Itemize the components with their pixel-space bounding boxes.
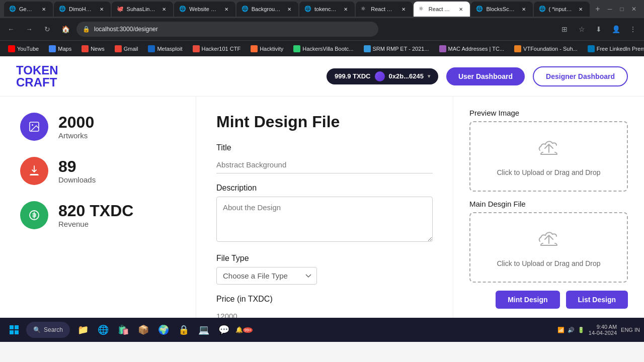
tab-close-icon[interactable]: ✕ — [98, 5, 106, 13]
taskbar-time[interactable]: 9:40 AM 14-04-2024 — [589, 324, 617, 336]
tab-close-icon[interactable]: ✕ — [457, 5, 465, 13]
date-display: 14-04-2024 — [589, 330, 617, 336]
bookmark-hackersvilla[interactable]: HackersVilla Bootc... — [289, 43, 357, 54]
close-button[interactable]: ✕ — [630, 5, 638, 13]
bookmark-mac[interactable]: MAC Addresses | TC... — [435, 43, 508, 54]
svg-rect-7 — [15, 330, 19, 334]
taskbar-dropbox-icon[interactable]: 📦 — [134, 321, 152, 339]
address-input[interactable]: 🔒 localhost:3000/designer — [76, 22, 378, 37]
tab-close-icon[interactable]: ✕ — [342, 5, 350, 13]
maximize-button[interactable]: □ — [618, 5, 626, 13]
taskbar-notification-icon[interactable]: 🔔 99+ — [235, 321, 253, 339]
wallet-badge[interactable]: 999.9 TXDC 0x2b...6245 ▾ — [327, 68, 438, 84]
extensions-icon[interactable]: ⊞ — [557, 22, 572, 36]
tab-title: Gemini — [19, 6, 36, 12]
reload-button[interactable]: ↻ — [40, 22, 54, 36]
file-type-select[interactable]: Choose a File Type PNG JPG SVG PDF AI — [216, 267, 317, 285]
volume-icon[interactable]: 🔊 — [568, 327, 575, 333]
tab-react-app-1[interactable]: ⚛ React App ✕ — [356, 2, 413, 17]
tab-tokencraft[interactable]: 🌐 tokencraft ✕ — [299, 2, 355, 17]
page-content: TOKEN CRAFT 999.9 TXDC 0x2b...6245 ▾ Use… — [0, 56, 644, 318]
tab-dimohack[interactable]: 🌐 DimoHack ✕ — [54, 2, 111, 17]
taskbar-code-icon[interactable]: 💻 — [195, 321, 213, 339]
minimize-button[interactable]: ─ — [606, 5, 614, 13]
taskbar-right: 📶 🔊 🔋 9:40 AM 14-04-2024 ENG IN — [557, 324, 640, 336]
preview-upload-zone[interactable]: Click to Upload or Drag and Drop — [469, 121, 628, 192]
tab-blocksscan[interactable]: 🌐 BlocksSca... ✕ — [471, 2, 532, 17]
tab-close-icon[interactable]: ✕ — [399, 5, 408, 13]
tab-title: React App — [371, 6, 395, 12]
search-icon: 🔍 — [33, 326, 41, 333]
list-design-button[interactable]: List Design — [566, 291, 628, 309]
tab-bar: 🌐 Gemini ✕ 🌐 DimoHack ✕ 🐙 SuhasLing... ✕… — [0, 0, 644, 18]
price-input[interactable] — [216, 308, 433, 318]
profile-icon[interactable]: 👤 — [609, 22, 623, 36]
tab-react-app-active[interactable]: ⚛ React App ✕ — [414, 2, 470, 17]
tab-close-icon[interactable]: ✕ — [160, 5, 168, 13]
page-title: Mint Design File — [216, 113, 433, 131]
artworks-value: 2000 — [58, 114, 94, 131]
tab-favicon: 🌐 — [476, 6, 483, 13]
bookmark-youtube[interactable]: YouTube — [4, 43, 43, 54]
bookmark-label: Hacktivity — [260, 46, 283, 52]
description-label: Description — [216, 184, 433, 193]
taskbar-store-icon[interactable]: 🛍️ — [114, 321, 132, 339]
taskbar-icons: 📁 🌐 🛍️ 📦 🌍 🔒 💻 💬 🔔 99+ — [74, 321, 253, 339]
artworks-info: 2000 Artworks — [58, 114, 94, 140]
title-input[interactable] — [216, 156, 433, 173]
tab-close-icon[interactable]: ✕ — [222, 5, 230, 13]
preview-section: Preview Image Click to Upload or Drag an… — [469, 109, 628, 192]
bookmark-hacktivity[interactable]: Hacktivity — [247, 43, 287, 54]
main-file-section: Main Desgin File Click to Upload or Drag… — [469, 200, 628, 283]
bookmark-maps[interactable]: Maps — [45, 43, 75, 54]
taskbar-vpn-icon[interactable]: 🔒 — [175, 321, 193, 339]
tab-favicon: 🌐 — [179, 6, 186, 13]
taskbar-whatsapp-icon[interactable]: 💬 — [215, 321, 233, 339]
chevron-down-icon: ▾ — [428, 73, 430, 79]
tab-close-icon[interactable]: ✕ — [520, 5, 528, 13]
main-file-upload-zone[interactable]: Click to Upload or Drag and Drop — [469, 212, 628, 283]
tab-close-icon[interactable]: ✕ — [285, 5, 293, 13]
back-button[interactable]: ← — [4, 22, 18, 36]
form-group-title: Title — [216, 143, 433, 173]
tab-background[interactable]: 🌐 Backgroun... ✕ — [236, 2, 298, 17]
download-icon[interactable]: ⬇ — [592, 22, 606, 36]
downloads-info: 89 Downloads — [58, 158, 96, 184]
battery-icon[interactable]: 🔋 — [578, 327, 585, 333]
lock-icon: 🔒 — [83, 26, 90, 33]
bookmark-icon[interactable]: ☆ — [575, 22, 589, 36]
tab-website[interactable]: 🌐 Website N... ✕ — [174, 2, 235, 17]
bookmark-gmail[interactable]: Gmail — [111, 43, 142, 54]
taskbar-edge-icon[interactable]: 🌐 — [94, 321, 112, 339]
taskbar-search[interactable]: 🔍 Search — [26, 322, 70, 338]
bookmark-srm[interactable]: SRM RMP ET - 2021... — [360, 43, 433, 54]
bookmark-vt[interactable]: VTFoundation - Suh... — [510, 43, 582, 54]
tab-gemini[interactable]: 🌐 Gemini ✕ — [4, 2, 53, 17]
new-tab-button[interactable]: + — [591, 2, 605, 16]
bookmark-news[interactable]: News — [77, 43, 109, 54]
tab-suhasling[interactable]: 🐙 SuhasLing... ✕ — [112, 2, 174, 17]
more-icon[interactable]: ⋮ — [626, 22, 640, 36]
taskbar-files-icon[interactable]: 📁 — [74, 321, 92, 339]
tab-close-icon[interactable]: ✕ — [40, 5, 48, 13]
home-button[interactable]: 🏠 — [58, 22, 72, 36]
title-label: Title — [216, 143, 433, 152]
bookmark-hacker101[interactable]: Hacker101 CTF — [189, 43, 245, 54]
network-icon[interactable]: 📶 — [557, 327, 565, 333]
tab-close-icon[interactable]: ✕ — [577, 5, 585, 13]
stat-artworks: 2000 Artworks — [20, 113, 176, 141]
address-icons: ⊞ ☆ ⬇ 👤 ⋮ — [557, 22, 640, 36]
news-favicon — [82, 45, 89, 52]
forward-button[interactable]: → — [22, 22, 36, 36]
tab-inputs[interactable]: 🌐 ( *inputs... ✕ — [534, 2, 590, 17]
wallet-balance: 999.9 TXDC — [335, 72, 371, 80]
user-dashboard-button[interactable]: User Dashboard — [446, 67, 525, 85]
description-textarea[interactable] — [216, 197, 433, 242]
bookmark-metasploit[interactable]: Metasploit — [144, 43, 186, 54]
bookmark-linkedin[interactable]: Free LinkedIn Premi... — [584, 43, 644, 54]
taskbar-chrome-icon[interactable]: 🌍 — [154, 321, 173, 339]
mint-design-button[interactable]: Mint Design — [496, 291, 559, 309]
designer-dashboard-button[interactable]: Designer Dashboard — [533, 66, 628, 86]
start-button[interactable] — [4, 320, 24, 340]
tab-favicon: ⚛ — [419, 6, 426, 13]
